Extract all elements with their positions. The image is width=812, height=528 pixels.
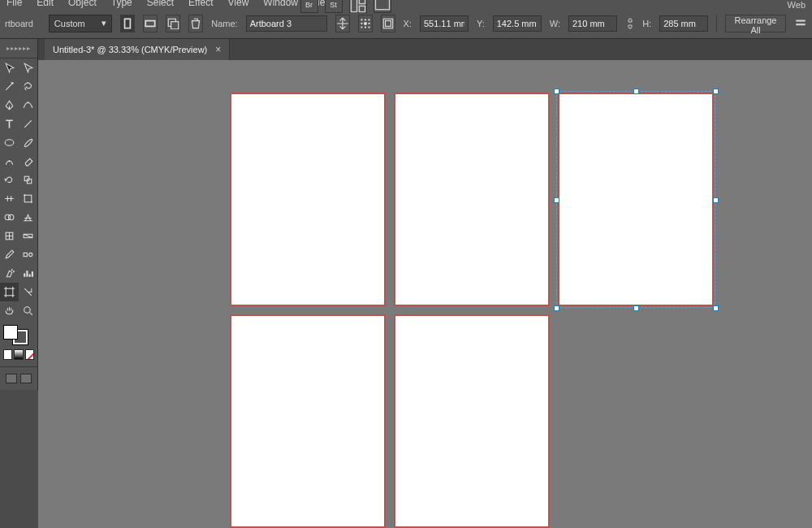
selection-handle[interactable] [633, 89, 639, 94]
paintbrush-tool[interactable] [19, 133, 37, 152]
delete-artboard-button[interactable] [188, 15, 203, 32]
control-bar-overflow-button[interactable] [794, 15, 807, 32]
hand-tool[interactable] [0, 301, 19, 320]
draw-normal-button[interactable] [6, 374, 17, 383]
artboard-5[interactable] [394, 314, 550, 528]
symbol-sprayer-tool[interactable] [0, 264, 19, 283]
artboard-3[interactable] [558, 93, 714, 306]
type-tool[interactable] [0, 115, 19, 133]
orientation-landscape-button[interactable] [143, 15, 158, 32]
move-artwork-with-artboard-button[interactable] [335, 15, 350, 32]
blend-tool[interactable] [19, 245, 37, 264]
menu-file[interactable]: File [6, 0, 22, 8]
menu-edit[interactable]: Edit [37, 0, 54, 8]
orientation-portrait-button[interactable] [120, 15, 135, 32]
selection-handle[interactable] [554, 197, 559, 203]
y-input[interactable] [493, 15, 542, 32]
pen-tool[interactable] [0, 96, 19, 115]
line-segment-tool[interactable] [19, 115, 37, 133]
selection-handle[interactable] [713, 197, 719, 203]
slice-tool[interactable] [19, 283, 37, 301]
artboard-2[interactable] [394, 93, 550, 306]
svg-point-10 [368, 19, 369, 20]
stock-button[interactable]: St [325, 0, 343, 13]
workspace-label[interactable]: Web [788, 0, 806, 10]
arrange-documents-button[interactable] [349, 0, 367, 13]
svg-point-14 [361, 26, 362, 28]
menu-object[interactable]: Object [68, 0, 97, 8]
svg-rect-38 [6, 288, 13, 296]
svg-rect-27 [24, 195, 32, 202]
tools-panel-grip[interactable]: ▸▸▸▸▸▸ [0, 39, 37, 58]
gpu-preview-button[interactable] [374, 0, 391, 13]
height-input[interactable] [659, 15, 708, 32]
new-artboard-button[interactable] [166, 15, 180, 32]
svg-point-9 [364, 19, 365, 20]
menu-type[interactable]: Type [111, 0, 132, 8]
menu-effect[interactable]: Effect [188, 0, 213, 8]
perspective-grid-tool[interactable] [19, 208, 37, 227]
lasso-tool[interactable] [19, 77, 37, 96]
svg-rect-2 [359, 6, 365, 11]
document-tab-strip: Untitled-3* @ 33.33% (CMYK/Preview) × [0, 39, 812, 60]
selection-tool[interactable] [0, 58, 19, 77]
y-label: Y: [477, 19, 485, 28]
main-menu: File Edit Object Type Select Effect View… [0, 0, 812, 8]
width-tool[interactable] [0, 189, 19, 208]
close-tab-button[interactable]: × [215, 44, 221, 55]
svg-point-28 [24, 194, 25, 196]
free-transform-tool[interactable] [19, 189, 37, 208]
artboard-tool-label: rtboard [5, 19, 41, 28]
menu-window[interactable]: Window [263, 0, 298, 8]
artboard-tool[interactable] [0, 283, 19, 301]
rotate-tool[interactable] [0, 171, 19, 189]
bridge-button[interactable]: Br [300, 0, 318, 13]
mesh-tool[interactable] [0, 227, 19, 245]
magic-wand-tool[interactable] [0, 77, 19, 96]
selection-handle[interactable] [713, 305, 719, 311]
menu-view[interactable]: View [228, 0, 249, 8]
gradient-mode-button[interactable] [14, 349, 23, 360]
none-mode-button[interactable] [25, 349, 34, 360]
ellipse-tool[interactable] [0, 133, 19, 152]
shaper-tool[interactable] [0, 152, 19, 171]
svg-point-22 [27, 102, 28, 103]
svg-point-24 [8, 160, 10, 162]
selection-handle[interactable] [713, 89, 719, 94]
x-input[interactable] [420, 15, 469, 32]
draw-behind-button[interactable] [20, 374, 32, 383]
svg-rect-0 [351, 0, 356, 12]
artboard-1[interactable] [230, 93, 386, 306]
svg-rect-4 [125, 19, 131, 28]
direct-selection-tool[interactable] [19, 58, 37, 77]
link-wh-icon[interactable] [625, 18, 634, 29]
zoom-tool[interactable] [19, 301, 37, 320]
gradient-tool[interactable] [19, 227, 37, 245]
color-mode-button[interactable] [3, 349, 12, 360]
menu-select[interactable]: Select [147, 0, 174, 8]
column-graph-tool[interactable] [19, 264, 37, 283]
document-tab[interactable]: Untitled-3* @ 33.33% (CMYK/Preview) × [45, 39, 230, 60]
rearrange-all-button[interactable]: Rearrange All [725, 15, 786, 32]
width-input[interactable] [568, 15, 617, 32]
artboard-options-button[interactable] [381, 15, 395, 32]
eyedropper-tool[interactable] [0, 245, 19, 264]
svg-rect-5 [146, 20, 155, 26]
svg-rect-7 [171, 21, 179, 28]
fill-swatch[interactable] [3, 325, 18, 340]
eraser-tool[interactable] [19, 152, 37, 171]
reference-point-button[interactable] [358, 15, 373, 32]
artboard-preset-select[interactable]: Custom ▾ [49, 15, 113, 32]
scale-tool[interactable] [19, 171, 37, 189]
selection-handle[interactable] [633, 305, 639, 311]
svg-point-12 [364, 21, 367, 24]
artboard-name-input[interactable] [246, 15, 327, 32]
selection-handle[interactable] [554, 89, 559, 94]
svg-point-36 [11, 269, 13, 270]
selection-handle[interactable] [554, 305, 559, 311]
shape-builder-tool[interactable] [0, 208, 19, 227]
canvas[interactable] [38, 60, 812, 528]
curvature-tool[interactable] [19, 96, 37, 115]
color-swatches [0, 320, 37, 365]
artboard-4[interactable] [230, 314, 386, 528]
